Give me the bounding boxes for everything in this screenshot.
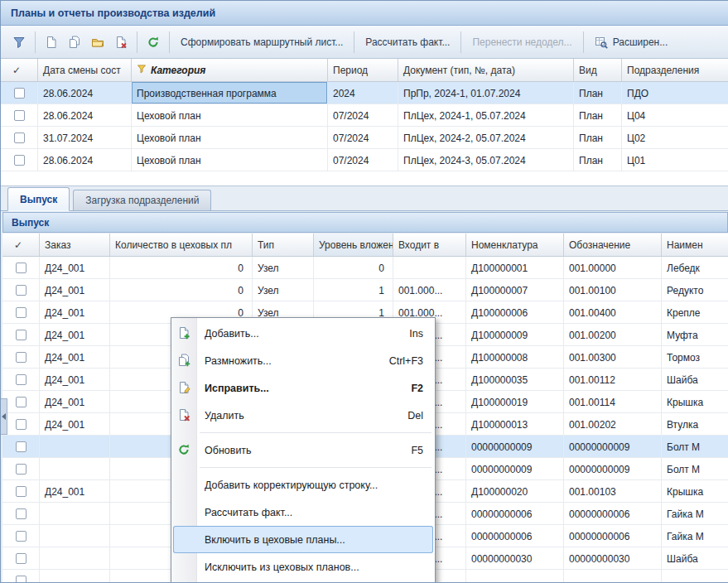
row-checkbox[interactable] <box>16 397 27 407</box>
plans-column-header-5[interactable]: Подразделения <box>622 59 728 81</box>
output-cell[interactable] <box>40 436 110 457</box>
row-select-cell[interactable] <box>2 279 40 301</box>
output-cell[interactable]: Гайка М <box>662 503 728 524</box>
output-cell[interactable] <box>466 570 564 582</box>
plans-cell[interactable]: 28.06.2024 <box>38 149 132 171</box>
output-cell[interactable]: Д100000013 <box>466 413 564 435</box>
output-column-header-1[interactable]: Количество в цеховых пл <box>110 234 253 256</box>
plans-table-row[interactable]: 31.07.2024Цеховой план07/2024ПлЦех, 2024… <box>1 127 728 149</box>
output-cell[interactable]: 001.00000 <box>564 257 662 278</box>
output-cell[interactable]: 00000000006 <box>564 503 662 524</box>
output-cell[interactable]: Д100000019 <box>466 391 564 412</box>
row-checkbox[interactable] <box>16 553 27 564</box>
row-select-cell[interactable] <box>2 525 40 547</box>
plans-select-all-header[interactable]: ✓ <box>1 59 38 81</box>
output-cell[interactable]: Д24_001 <box>40 391 110 412</box>
menu-item-delete[interactable]: УдалитьDel <box>171 402 435 429</box>
output-cell[interactable]: Д24_001 <box>40 346 110 368</box>
output-cell[interactable]: Тормоз <box>662 346 728 368</box>
plans-cell[interactable]: Ц01 <box>622 149 728 171</box>
output-cell[interactable]: Шайба <box>662 369 728 390</box>
copy-document-icon[interactable] <box>63 31 86 53</box>
plans-cell[interactable]: 2024 <box>328 82 398 104</box>
output-cell[interactable]: Д24_001 <box>40 480 110 502</box>
plans-column-header-3[interactable]: Документ (тип, №, дата) <box>398 59 574 81</box>
output-table-row[interactable]: Д24_0010Узел1001.000...Д100000007001.001… <box>2 279 728 301</box>
row-checkbox[interactable] <box>16 263 27 273</box>
toolbar-button-1[interactable]: Рассчитать факт... <box>359 36 456 48</box>
row-checkbox[interactable] <box>14 132 25 143</box>
output-cell[interactable]: 001.00200 <box>564 324 662 345</box>
output-cell[interactable]: Крепле <box>662 301 728 323</box>
output-cell[interactable]: 00000000009 <box>466 436 564 457</box>
output-cell[interactable] <box>40 503 110 524</box>
output-cell[interactable]: Гайка М <box>662 525 728 547</box>
row-checkbox[interactable] <box>16 307 27 318</box>
output-cell[interactable]: Крышка <box>662 391 728 412</box>
menu-item-calculate-fact[interactable]: Рассчитать факт... <box>171 499 435 526</box>
refresh-icon[interactable] <box>142 31 165 53</box>
row-select-cell[interactable] <box>2 458 40 479</box>
output-cell[interactable]: Д24_001 <box>40 369 110 390</box>
row-select-cell[interactable] <box>2 436 40 457</box>
plans-column-header-2[interactable]: Период <box>328 59 398 81</box>
plans-column-header-4[interactable]: Вид <box>574 59 622 81</box>
output-cell[interactable]: Д24_001 <box>40 279 110 301</box>
plans-cell[interactable]: ПлЦех, 2024-3, 05.07.2024 <box>398 149 574 171</box>
output-cell[interactable]: Лебедк <box>662 257 728 278</box>
output-cell[interactable]: 0 <box>110 279 253 301</box>
window-titlebar[interactable]: Планы и отчеты производства изделий <box>1 1 728 26</box>
row-select-cell[interactable] <box>1 104 38 126</box>
menu-item-edit[interactable]: Исправить...F2 <box>171 374 435 402</box>
output-select-all-header[interactable]: ✓ <box>2 234 40 256</box>
menu-item-duplicate[interactable]: Размножить...Ctrl+F3 <box>171 347 435 374</box>
toolbar-button-0[interactable]: Сформировать маршрутный лист... <box>174 36 350 48</box>
output-column-header-6[interactable]: Обозначение <box>564 234 662 256</box>
row-select-cell[interactable] <box>2 480 40 502</box>
output-cell[interactable]: 001.00103 <box>564 480 662 502</box>
output-cell[interactable] <box>40 547 110 569</box>
plans-cell[interactable]: Производственная программа <box>132 82 328 104</box>
output-cell[interactable]: 001.00100 <box>564 279 662 301</box>
row-checkbox[interactable] <box>14 110 25 121</box>
row-select-cell[interactable] <box>2 503 40 524</box>
plans-table-row[interactable]: 28.06.2024Цеховой план07/2024ПлЦех, 2024… <box>1 149 728 171</box>
output-cell[interactable]: 1 <box>314 279 393 301</box>
output-cell[interactable]: 00000000006 <box>466 525 564 547</box>
output-cell[interactable]: Д100000008 <box>466 346 564 368</box>
output-cell[interactable]: Д24_001 <box>40 413 110 435</box>
output-cell[interactable] <box>662 570 728 582</box>
plans-cell[interactable]: 07/2024 <box>328 127 398 148</box>
output-cell[interactable]: Д100000009 <box>466 324 564 345</box>
output-cell[interactable] <box>564 570 662 582</box>
plans-cell[interactable]: ПлЦех, 2024-1, 05.07.2024 <box>398 104 574 126</box>
output-cell[interactable]: Узел <box>253 257 314 278</box>
filter-icon[interactable] <box>7 31 31 53</box>
output-cell[interactable]: Шайба <box>662 547 728 569</box>
output-cell[interactable]: Болт М <box>662 458 728 479</box>
output-column-header-3[interactable]: Уровень вложен <box>314 234 393 256</box>
row-checkbox[interactable] <box>16 531 27 542</box>
plans-table-row[interactable]: 28.06.2024Производственная программа2024… <box>1 82 728 104</box>
menu-item-include-in-shop-plans[interactable]: Включить в цеховые планы... <box>173 526 433 553</box>
row-select-cell[interactable] <box>1 127 38 148</box>
plans-column-header-0[interactable]: Дата смены сост <box>38 59 132 81</box>
output-cell[interactable]: Д100000035 <box>466 369 564 390</box>
plans-cell[interactable]: 07/2024 <box>328 149 398 171</box>
row-select-cell[interactable] <box>1 82 38 104</box>
plans-cell[interactable]: План <box>574 127 622 148</box>
output-cell[interactable]: 00000000006 <box>564 525 662 547</box>
output-column-header-2[interactable]: Тип <box>253 234 314 256</box>
output-cell[interactable]: Д24_001 <box>40 257 110 278</box>
output-cell[interactable] <box>40 525 110 547</box>
plans-cell[interactable]: План <box>574 149 622 171</box>
output-cell[interactable]: Д100000001 <box>466 257 564 278</box>
output-cell[interactable]: Д24_001 <box>40 324 110 345</box>
plans-cell[interactable]: ПрПр, 2024-1, 01.07.2024 <box>398 82 574 104</box>
output-cell[interactable]: 0 <box>314 257 393 278</box>
output-cell[interactable] <box>40 570 110 582</box>
plans-cell[interactable]: Цеховой план <box>132 149 328 171</box>
output-cell[interactable]: Д100000007 <box>466 279 564 301</box>
open-document-icon[interactable] <box>86 31 109 53</box>
menu-item-exclude-from-shop-plans[interactable]: Исключить из цеховых планов... <box>171 553 435 581</box>
